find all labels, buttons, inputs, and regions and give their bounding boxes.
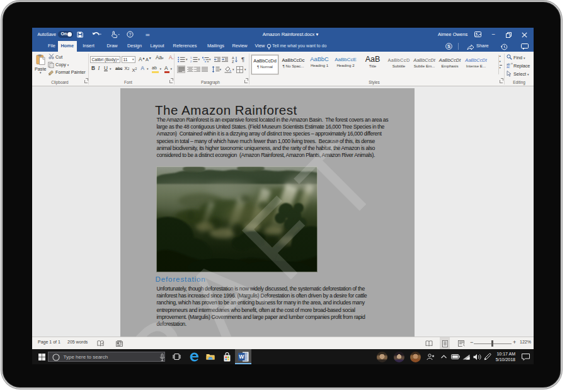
svg-text:W: W: [239, 354, 244, 360]
svg-text:ac: ac: [507, 65, 510, 68]
svg-text:2: 2: [190, 59, 192, 62]
svg-text:Z: Z: [232, 59, 234, 63]
svg-text:S: S: [447, 43, 450, 49]
svg-text:1: 1: [190, 57, 192, 59]
